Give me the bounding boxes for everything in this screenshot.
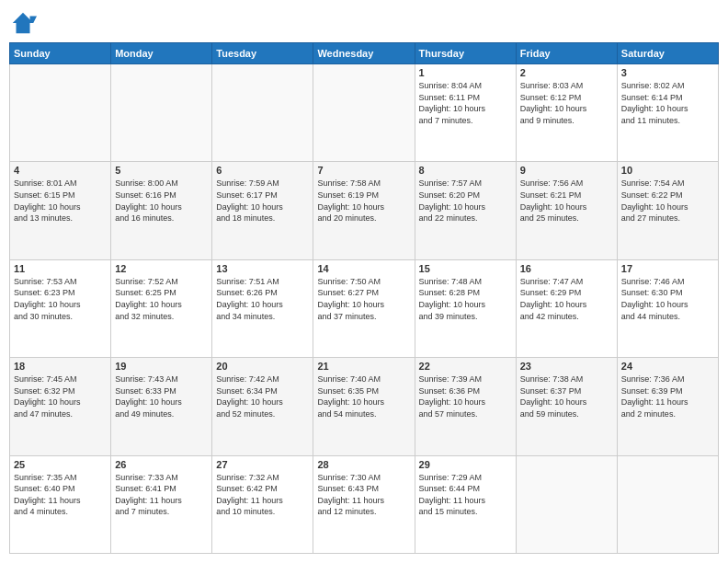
day-number: 24	[621, 361, 714, 372]
day-cell: 1Sunrise: 8:04 AM Sunset: 6:11 PM Daylig…	[415, 64, 516, 162]
header	[9, 9, 719, 37]
day-info: Sunrise: 7:46 AM Sunset: 6:30 PM Dayligh…	[621, 276, 714, 322]
weekday-header-row: SundayMondayTuesdayWednesdayThursdayFrid…	[10, 43, 719, 64]
day-number: 27	[216, 459, 309, 470]
day-cell	[313, 64, 415, 162]
day-info: Sunrise: 7:47 AM Sunset: 6:29 PM Dayligh…	[520, 276, 613, 322]
day-number: 3	[621, 67, 714, 78]
day-number: 1	[419, 67, 512, 78]
day-cell: 21Sunrise: 7:40 AM Sunset: 6:35 PM Dayli…	[313, 358, 415, 455]
day-cell: 3Sunrise: 8:02 AM Sunset: 6:14 PM Daylig…	[617, 64, 718, 162]
page: SundayMondayTuesdayWednesdayThursdayFrid…	[0, 0, 728, 563]
day-number: 22	[419, 361, 512, 372]
weekday-monday: Monday	[111, 43, 212, 64]
day-cell	[617, 455, 718, 553]
day-cell	[10, 64, 111, 162]
day-cell: 12Sunrise: 7:52 AM Sunset: 6:25 PM Dayli…	[111, 259, 212, 357]
day-info: Sunrise: 7:48 AM Sunset: 6:28 PM Dayligh…	[419, 276, 512, 322]
day-info: Sunrise: 7:59 AM Sunset: 6:17 PM Dayligh…	[216, 178, 309, 224]
day-number: 20	[216, 361, 309, 372]
day-info: Sunrise: 7:40 AM Sunset: 6:35 PM Dayligh…	[317, 373, 410, 419]
day-info: Sunrise: 7:52 AM Sunset: 6:25 PM Dayligh…	[115, 276, 208, 322]
day-info: Sunrise: 7:29 AM Sunset: 6:44 PM Dayligh…	[419, 472, 512, 518]
day-cell: 11Sunrise: 7:53 AM Sunset: 6:23 PM Dayli…	[10, 259, 111, 357]
day-cell: 28Sunrise: 7:30 AM Sunset: 6:43 PM Dayli…	[313, 455, 415, 553]
day-cell: 25Sunrise: 7:35 AM Sunset: 6:40 PM Dayli…	[10, 455, 111, 553]
day-info: Sunrise: 7:50 AM Sunset: 6:27 PM Dayligh…	[317, 276, 410, 322]
day-cell: 27Sunrise: 7:32 AM Sunset: 6:42 PM Dayli…	[212, 455, 313, 553]
week-row-4: 18Sunrise: 7:45 AM Sunset: 6:32 PM Dayli…	[10, 358, 719, 455]
day-cell	[111, 64, 212, 162]
day-info: Sunrise: 7:36 AM Sunset: 6:39 PM Dayligh…	[621, 373, 714, 419]
svg-marker-1	[30, 17, 38, 24]
day-number: 18	[14, 361, 107, 372]
day-info: Sunrise: 7:35 AM Sunset: 6:40 PM Dayligh…	[14, 472, 107, 518]
day-cell: 20Sunrise: 7:42 AM Sunset: 6:34 PM Dayli…	[212, 358, 313, 455]
weekday-wednesday: Wednesday	[313, 43, 415, 64]
day-info: Sunrise: 7:53 AM Sunset: 6:23 PM Dayligh…	[14, 276, 107, 322]
day-number: 10	[621, 165, 714, 176]
day-cell: 26Sunrise: 7:33 AM Sunset: 6:41 PM Dayli…	[111, 455, 212, 553]
day-number: 17	[621, 263, 714, 274]
day-number: 28	[317, 459, 410, 470]
day-info: Sunrise: 7:54 AM Sunset: 6:22 PM Dayligh…	[621, 178, 714, 224]
day-cell: 9Sunrise: 7:56 AM Sunset: 6:21 PM Daylig…	[516, 162, 617, 259]
day-info: Sunrise: 7:30 AM Sunset: 6:43 PM Dayligh…	[317, 472, 410, 518]
day-info: Sunrise: 7:57 AM Sunset: 6:20 PM Dayligh…	[419, 178, 512, 224]
weekday-saturday: Saturday	[617, 43, 718, 64]
day-cell: 10Sunrise: 7:54 AM Sunset: 6:22 PM Dayli…	[617, 162, 718, 259]
day-cell: 8Sunrise: 7:57 AM Sunset: 6:20 PM Daylig…	[415, 162, 516, 259]
day-cell: 7Sunrise: 7:58 AM Sunset: 6:19 PM Daylig…	[313, 162, 415, 259]
day-cell: 24Sunrise: 7:36 AM Sunset: 6:39 PM Dayli…	[617, 358, 718, 455]
day-info: Sunrise: 7:38 AM Sunset: 6:37 PM Dayligh…	[520, 373, 613, 419]
weekday-thursday: Thursday	[415, 43, 516, 64]
day-number: 2	[520, 67, 613, 78]
day-info: Sunrise: 8:04 AM Sunset: 6:11 PM Dayligh…	[419, 80, 512, 126]
day-info: Sunrise: 7:58 AM Sunset: 6:19 PM Dayligh…	[317, 178, 410, 224]
day-number: 16	[520, 263, 613, 274]
day-cell: 6Sunrise: 7:59 AM Sunset: 6:17 PM Daylig…	[212, 162, 313, 259]
week-row-3: 11Sunrise: 7:53 AM Sunset: 6:23 PM Dayli…	[10, 259, 719, 357]
day-number: 13	[216, 263, 309, 274]
logo	[9, 9, 40, 37]
day-info: Sunrise: 7:51 AM Sunset: 6:26 PM Dayligh…	[216, 276, 309, 322]
day-cell	[212, 64, 313, 162]
weekday-friday: Friday	[516, 43, 617, 64]
day-number: 11	[14, 263, 107, 274]
day-number: 5	[115, 165, 208, 176]
day-info: Sunrise: 8:03 AM Sunset: 6:12 PM Dayligh…	[520, 80, 613, 126]
week-row-2: 4Sunrise: 8:01 AM Sunset: 6:15 PM Daylig…	[10, 162, 719, 259]
logo-icon	[9, 9, 37, 37]
day-info: Sunrise: 7:33 AM Sunset: 6:41 PM Dayligh…	[115, 472, 208, 518]
day-info: Sunrise: 7:56 AM Sunset: 6:21 PM Dayligh…	[520, 178, 613, 224]
day-cell: 14Sunrise: 7:50 AM Sunset: 6:27 PM Dayli…	[313, 259, 415, 357]
day-number: 14	[317, 263, 410, 274]
day-number: 15	[419, 263, 512, 274]
day-info: Sunrise: 7:42 AM Sunset: 6:34 PM Dayligh…	[216, 373, 309, 419]
day-cell: 18Sunrise: 7:45 AM Sunset: 6:32 PM Dayli…	[10, 358, 111, 455]
week-row-1: 1Sunrise: 8:04 AM Sunset: 6:11 PM Daylig…	[10, 64, 719, 162]
day-info: Sunrise: 7:39 AM Sunset: 6:36 PM Dayligh…	[419, 373, 512, 419]
day-info: Sunrise: 8:00 AM Sunset: 6:16 PM Dayligh…	[115, 178, 208, 224]
day-cell: 23Sunrise: 7:38 AM Sunset: 6:37 PM Dayli…	[516, 358, 617, 455]
day-cell: 22Sunrise: 7:39 AM Sunset: 6:36 PM Dayli…	[415, 358, 516, 455]
day-number: 9	[520, 165, 613, 176]
day-number: 19	[115, 361, 208, 372]
weekday-tuesday: Tuesday	[212, 43, 313, 64]
weekday-sunday: Sunday	[10, 43, 111, 64]
day-number: 25	[14, 459, 107, 470]
day-cell: 16Sunrise: 7:47 AM Sunset: 6:29 PM Dayli…	[516, 259, 617, 357]
day-number: 21	[317, 361, 410, 372]
day-number: 29	[419, 459, 512, 470]
day-info: Sunrise: 8:02 AM Sunset: 6:14 PM Dayligh…	[621, 80, 714, 126]
day-number: 6	[216, 165, 309, 176]
day-number: 7	[317, 165, 410, 176]
day-number: 12	[115, 263, 208, 274]
day-cell: 13Sunrise: 7:51 AM Sunset: 6:26 PM Dayli…	[212, 259, 313, 357]
day-cell: 5Sunrise: 8:00 AM Sunset: 6:16 PM Daylig…	[111, 162, 212, 259]
day-number: 23	[520, 361, 613, 372]
day-info: Sunrise: 7:45 AM Sunset: 6:32 PM Dayligh…	[14, 373, 107, 419]
day-info: Sunrise: 7:32 AM Sunset: 6:42 PM Dayligh…	[216, 472, 309, 518]
day-number: 4	[14, 165, 107, 176]
week-row-5: 25Sunrise: 7:35 AM Sunset: 6:40 PM Dayli…	[10, 455, 719, 553]
